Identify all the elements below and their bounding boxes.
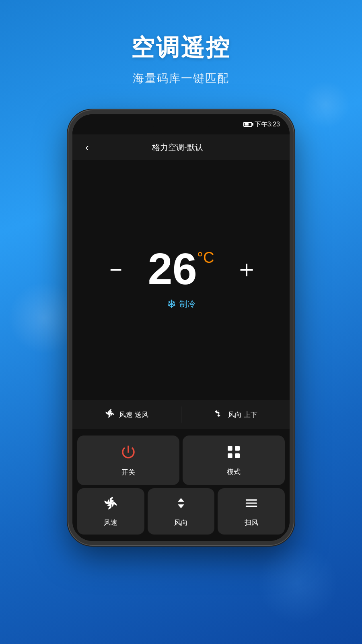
battery-icon bbox=[243, 122, 252, 127]
phone-frame: 下午3:23 ‹ 格力空调-默认 － 26 °C ＋ bbox=[68, 110, 294, 545]
controls-grid: 开关 模式 bbox=[72, 432, 290, 541]
fan-direction-text: 风向 上下 bbox=[228, 410, 257, 419]
temp-value-wrap: 26 °C bbox=[148, 247, 214, 291]
fan-direction-ctrl-label: 风向 bbox=[174, 518, 188, 527]
mode-icon bbox=[226, 444, 242, 463]
header-area: 空调遥控 海量码库一键匹配 bbox=[0, 0, 362, 86]
fan-speed-icon bbox=[105, 408, 115, 421]
temperature-value: 26 bbox=[148, 247, 197, 291]
fan-direction-item[interactable]: 风向 上下 bbox=[181, 408, 290, 421]
power-label: 开关 bbox=[121, 468, 135, 477]
main-title: 空调遥控 bbox=[131, 32, 231, 64]
fan-direction-button[interactable]: 风向 bbox=[148, 488, 215, 535]
fan-speed-button[interactable]: 风速 bbox=[77, 488, 144, 535]
decrease-temp-button[interactable]: － bbox=[84, 257, 148, 281]
sub-title: 海量码库一键匹配 bbox=[133, 71, 229, 86]
nav-bar: ‹ 格力空调-默认 bbox=[72, 134, 290, 160]
phone-wrapper: 下午3:23 ‹ 格力空调-默认 － 26 °C ＋ bbox=[68, 110, 294, 545]
svg-rect-7 bbox=[245, 502, 257, 504]
svg-rect-1 bbox=[228, 446, 232, 451]
svg-rect-2 bbox=[235, 446, 240, 451]
fan-direction-row: 风速 送风 风向 上下 bbox=[72, 400, 290, 429]
temperature-row: － 26 °C ＋ bbox=[72, 247, 290, 291]
nav-title: 格力空调-默认 bbox=[92, 142, 263, 153]
decorative-orb-bottom bbox=[257, 543, 338, 624]
controls-row-1: 开关 模式 bbox=[77, 436, 285, 485]
svg-rect-6 bbox=[245, 500, 257, 501]
svg-point-0 bbox=[109, 413, 111, 414]
svg-point-5 bbox=[109, 502, 112, 504]
controls-row-2: 风速 风向 bbox=[77, 488, 285, 535]
mode-label: 模式 bbox=[227, 467, 241, 477]
back-button[interactable]: ‹ bbox=[82, 138, 92, 157]
phone-screen: ‹ 格力空调-默认 － 26 °C ＋ ❄ 制冷 bbox=[72, 134, 290, 541]
power-icon bbox=[120, 444, 137, 464]
fan-speed-ctrl-label: 风速 bbox=[104, 518, 117, 527]
sweep-icon bbox=[244, 495, 259, 514]
section-gap-1 bbox=[72, 397, 290, 400]
mode-button[interactable]: 模式 bbox=[183, 436, 285, 485]
svg-rect-8 bbox=[245, 506, 257, 507]
fan-direction-ctrl-icon bbox=[173, 495, 189, 514]
fan-direction-icon bbox=[214, 408, 224, 421]
fan-speed-item[interactable]: 风速 送风 bbox=[72, 408, 181, 421]
mode-row: ❄ 制冷 bbox=[167, 297, 195, 311]
snowflake-icon: ❄ bbox=[167, 297, 176, 311]
fan-speed-text: 风速 送风 bbox=[119, 410, 148, 419]
fan-speed-ctrl-icon bbox=[103, 495, 118, 514]
temperature-display: － 26 °C ＋ ❄ 制冷 bbox=[72, 160, 290, 397]
svg-rect-4 bbox=[235, 453, 240, 458]
temperature-unit: °C bbox=[197, 250, 214, 265]
svg-rect-3 bbox=[228, 453, 232, 458]
increase-temp-button[interactable]: ＋ bbox=[214, 257, 279, 281]
section-gap-2 bbox=[72, 429, 290, 432]
sweep-label: 扫风 bbox=[245, 518, 258, 527]
status-time: 下午3:23 bbox=[255, 120, 280, 129]
phone-notch bbox=[149, 114, 213, 127]
power-button[interactable]: 开关 bbox=[77, 436, 179, 485]
mode-label: 制冷 bbox=[179, 299, 195, 310]
decorative-orb-right bbox=[302, 80, 350, 129]
sweep-button[interactable]: 扫风 bbox=[218, 488, 285, 535]
